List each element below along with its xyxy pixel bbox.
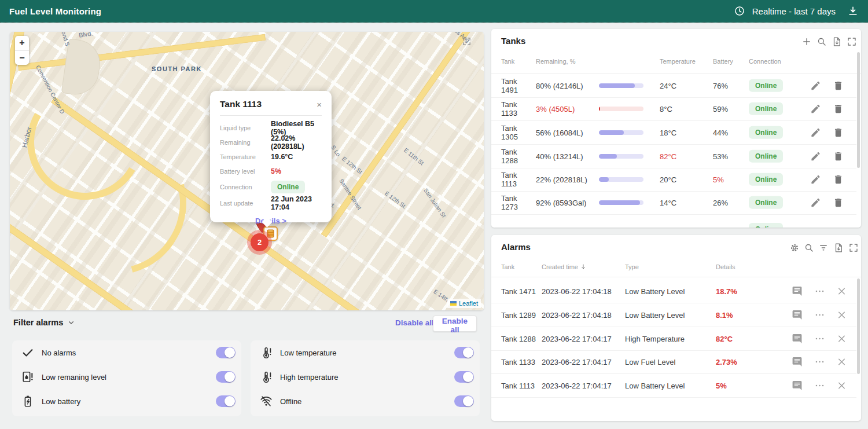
edit-icon[interactable]: [810, 174, 821, 185]
map[interactable]: SOUTH PARK Harbor Bond S Convention Cent…: [10, 32, 484, 310]
delete-icon[interactable]: [833, 104, 844, 115]
close-icon[interactable]: ×: [317, 100, 322, 109]
table-row[interactable]: Tank 1273 92% (8593Gal) 14°C 26% Online: [491, 191, 856, 215]
delete-icon[interactable]: [833, 127, 844, 138]
filter-alarms-header[interactable]: Filter alarms: [13, 318, 76, 327]
field-value: 22 Jun 2023 17:04: [271, 195, 322, 211]
tank-battery: 26%: [713, 199, 728, 207]
alarm-type: Low Battery Level: [625, 382, 685, 390]
high-temperature-toggle[interactable]: [454, 371, 474, 383]
tank-temperature: 8°C: [660, 105, 672, 113]
alarm-type: Low Battery Level: [625, 287, 685, 296]
popup-field: Battery level 5%: [220, 164, 322, 178]
alarm-row[interactable]: Tank 1133 2023-06-22 17:04:17 Low Fuel L…: [491, 350, 856, 374]
alarm-type: High Temperature: [625, 335, 685, 343]
status-badge: Online: [749, 102, 783, 115]
more-actions-icon[interactable]: [814, 333, 825, 344]
map-attribution: Leaflet: [447, 299, 481, 308]
edit-icon[interactable]: [810, 80, 821, 91]
low-battery-toggle[interactable]: [216, 395, 236, 407]
alarm-row[interactable]: Tank 1113 2023-06-22 17:04:17 Low Batter…: [491, 374, 856, 398]
more-actions-icon[interactable]: [814, 310, 825, 321]
low-temperature-toggle[interactable]: [454, 347, 474, 358]
edit-icon[interactable]: [810, 104, 821, 115]
field-label: Last update: [220, 200, 271, 207]
comment-icon[interactable]: [792, 310, 803, 321]
clock-icon[interactable]: [734, 5, 745, 17]
leaflet-link[interactable]: Leaflet: [459, 300, 478, 307]
low-remaining-toggle[interactable]: [216, 371, 236, 383]
edit-icon[interactable]: [810, 151, 821, 162]
no-alarms-toggle[interactable]: [216, 347, 236, 358]
fullscreen-icon[interactable]: [462, 36, 472, 46]
filter-icon[interactable]: [818, 243, 829, 253]
table-row[interactable]: Tank 1288 40% (13214L) 82°C 53% Online: [491, 145, 856, 168]
tank-temperature: 82°C: [660, 152, 676, 161]
comment-icon[interactable]: [792, 333, 803, 344]
field-label: Remaining: [220, 139, 271, 146]
zoom-out-button[interactable]: −: [15, 51, 29, 65]
dismiss-icon[interactable]: [836, 380, 847, 391]
connection-cell: Online: [749, 126, 783, 139]
filter-alarms-label: Filter alarms: [13, 318, 63, 327]
table-row[interactable]: Tank 1305 56% (16084L) 18°C 44% Online: [491, 121, 856, 145]
table-row[interactable]: Tank 1491 80% (42146L) 24°C 76% Online: [491, 74, 856, 98]
disable-all-button[interactable]: Disable all: [395, 318, 434, 327]
delete-icon[interactable]: [833, 174, 844, 185]
field-label: Battery level: [220, 168, 271, 175]
wifi-off-icon: [260, 395, 273, 408]
delete-icon[interactable]: [833, 151, 844, 162]
status-badge: Online: [271, 181, 305, 193]
tank-remaining: 92% (8593Gal): [536, 199, 586, 207]
search-icon[interactable]: [804, 243, 814, 253]
alarm-tank: Tank 1288: [501, 335, 536, 343]
marker-cluster[interactable]: 2: [251, 233, 269, 251]
edit-icon[interactable]: [810, 127, 821, 138]
more-actions-icon[interactable]: [814, 286, 825, 297]
more-actions-icon[interactable]: [814, 357, 825, 368]
comment-icon[interactable]: [792, 286, 803, 297]
details-link[interactable]: Details >: [255, 217, 286, 225]
delete-icon[interactable]: [833, 80, 844, 91]
comment-icon[interactable]: [792, 357, 803, 368]
alarm-details: 2.73%: [716, 358, 737, 366]
dismiss-icon[interactable]: [836, 310, 847, 321]
realtime-range-label[interactable]: Realtime - last 7 days: [752, 6, 836, 16]
alarm-tank: Tank 1133: [501, 358, 535, 366]
alarm-type: Low Battery Level: [625, 311, 685, 320]
comment-icon[interactable]: [792, 380, 803, 391]
table-row[interactable]: Tank 1113 22% (202818L) 20°C 5% Online: [491, 168, 856, 192]
search-icon[interactable]: [816, 36, 827, 47]
dismiss-icon[interactable]: [836, 286, 847, 297]
export-icon[interactable]: [832, 36, 842, 47]
table-row[interactable]: Tank Online: [491, 215, 856, 228]
edit-icon[interactable]: [810, 197, 821, 208]
delete-icon[interactable]: [833, 197, 844, 208]
alarm-row[interactable]: Tank 1288 2023-06-22 17:04:17 High Tempe…: [491, 327, 856, 351]
scrollbar[interactable]: [857, 52, 860, 168]
add-icon[interactable]: [801, 36, 812, 47]
zoom-in-button[interactable]: +: [15, 36, 29, 51]
enable-all-button[interactable]: Enable all: [433, 316, 477, 332]
download-icon[interactable]: [847, 5, 859, 17]
alarm-row[interactable]: Tank 1471 2023-06-22 17:04:18 Low Batter…: [491, 280, 856, 303]
tank-battery: 53%: [713, 152, 728, 161]
dismiss-icon[interactable]: [836, 357, 847, 368]
fullscreen-icon[interactable]: [848, 243, 859, 253]
offline-toggle[interactable]: [454, 395, 474, 407]
alarm-tank: Tank 1113: [501, 382, 535, 390]
tank-temperature: 14°C: [660, 199, 676, 207]
settings-gear-icon[interactable]: [789, 243, 800, 253]
dismiss-icon[interactable]: [836, 333, 847, 344]
connection-cell: Online: [749, 150, 783, 163]
column-header: Remaining, %: [536, 58, 575, 65]
export-icon[interactable]: [833, 243, 844, 253]
scrollbar[interactable]: [857, 278, 860, 374]
alarm-row[interactable]: Tank 1289 2023-06-22 17:04:18 Low Batter…: [491, 303, 856, 327]
map-area-label: SOUTH PARK: [152, 65, 202, 72]
fullscreen-icon[interactable]: [847, 36, 857, 47]
column-header-sortable[interactable]: Created time: [542, 263, 587, 270]
table-row[interactable]: Tank 1133 3% (4505L) 8°C 59% Online: [491, 97, 856, 121]
more-actions-icon[interactable]: [814, 380, 825, 391]
connection-cell: Online: [749, 196, 783, 209]
